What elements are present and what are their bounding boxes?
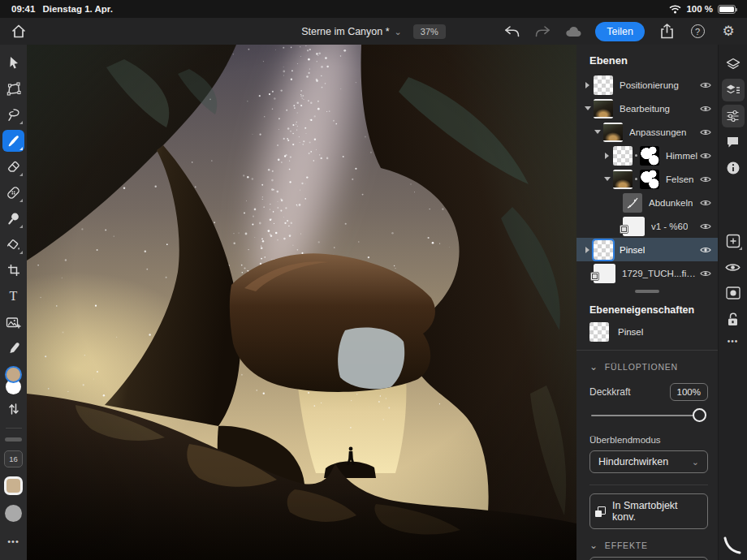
collapse-icon[interactable] (593, 130, 602, 134)
share-button[interactable]: Teilen (595, 22, 645, 41)
visibility-toggle[interactable] (700, 246, 711, 254)
visibility-toggle[interactable] (700, 105, 711, 113)
layer-row-bearbeitung[interactable]: Bearbeitung (576, 97, 718, 120)
add-mask-button[interactable] (722, 282, 745, 304)
place-image-tool[interactable] (2, 312, 24, 334)
help-button[interactable]: ? (689, 23, 706, 41)
eye-icon (725, 262, 741, 273)
opacity-slider[interactable] (591, 407, 706, 424)
foreground-color-swatch[interactable] (5, 366, 22, 383)
layer-thumbnail[interactable] (603, 123, 623, 142)
smart-object-thumbnail[interactable] (623, 217, 645, 236)
layer-thumbnail[interactable] (594, 99, 613, 118)
swap-colors-button[interactable] (2, 398, 24, 420)
corner-resize-handle[interactable] (723, 536, 742, 555)
lasso-tool[interactable] (2, 104, 24, 126)
layer-row-felsen[interactable]: Felsen (576, 167, 718, 191)
document-canvas[interactable] (27, 45, 576, 560)
visibility-toggle[interactable] (700, 81, 711, 89)
layer-thumbnail[interactable] (594, 240, 613, 260)
info-button[interactable] (722, 157, 745, 179)
brush-size-indicator[interactable]: 16 (4, 450, 23, 467)
layers-panel-title: Ebenen (576, 45, 718, 73)
panel-resize-handle[interactable] (635, 290, 659, 293)
comments-button[interactable] (722, 131, 745, 153)
fill-options-section-header[interactable]: ⌄ FÜLLOPTIONEN (576, 351, 718, 375)
home-button[interactable] (10, 23, 28, 41)
fill-tool[interactable] (2, 234, 24, 256)
cloud-sync-button[interactable] (564, 23, 582, 41)
eyedropper-icon (7, 342, 20, 355)
smart-object-thumbnail[interactable] (594, 264, 615, 283)
visibility-toggle[interactable] (700, 128, 711, 136)
layer-visibility-button[interactable] (722, 256, 745, 278)
expand-icon[interactable] (583, 82, 592, 88)
layer-row-v1[interactable]: v1 - %60 (576, 214, 718, 238)
settings-button[interactable]: ⚙ (719, 23, 737, 41)
add-layer-effect-button[interactable]: fx Ebeneneffekt hinzuf. (589, 557, 708, 560)
export-button[interactable] (658, 23, 676, 41)
dodge-tool[interactable] (2, 208, 24, 230)
smart-object-badge (590, 272, 599, 281)
zoom-level-badge[interactable]: 37% (413, 24, 446, 39)
eyedropper-tool[interactable] (2, 338, 24, 360)
expand-icon[interactable] (602, 153, 611, 159)
layer-mask-thumbnail[interactable] (640, 146, 659, 166)
brush-preview[interactable] (5, 505, 22, 522)
visibility-toggle[interactable] (700, 152, 711, 160)
layer-row-positionierung[interactable]: Positionierung (576, 73, 718, 97)
help-icon: ? (691, 24, 705, 38)
layer-list-button[interactable] (722, 79, 745, 101)
document-title[interactable]: Sterne im Canyon * ⌄ (301, 26, 402, 37)
toolbar-drag-handle[interactable] (5, 437, 22, 442)
adjustment-layer-thumbnail[interactable] (623, 193, 642, 213)
layer-row-1729-tuch[interactable]: 1729_TUCH...final-NR33 (576, 261, 718, 285)
more-options-button[interactable]: ••• (728, 337, 739, 346)
chevron-down-icon: ⌄ (692, 459, 699, 465)
visibility-toggle[interactable] (700, 199, 711, 207)
blend-mode-dropdown[interactable]: Hindurchwirken ⌄ (589, 450, 708, 473)
layer-row-pinsel-selected[interactable]: Pinsel (576, 238, 718, 261)
smart-object-icon (595, 506, 606, 517)
layer-thumbnail[interactable] (594, 75, 613, 95)
redo-button[interactable] (533, 23, 551, 41)
layer-mask-thumbnail[interactable] (640, 170, 659, 189)
visibility-toggle[interactable] (700, 222, 711, 230)
brush-tool[interactable] (2, 130, 24, 152)
add-layer-button[interactable] (722, 230, 745, 252)
layer-row-abdunkeln[interactable]: Abdunkeln (576, 191, 718, 214)
lock-layer-button[interactable] (722, 308, 745, 330)
convert-smart-object-button[interactable]: In Smartobjekt konv. (589, 493, 708, 529)
visibility-toggle[interactable] (700, 269, 711, 278)
opacity-value-field[interactable]: 100% (670, 383, 708, 401)
subtool-indicator (19, 147, 23, 150)
layers-stack-button[interactable] (722, 53, 745, 75)
toolbar-more-button[interactable]: ••• (7, 536, 19, 546)
status-bar: 09:41 Dienstag 1. Apr. 100 % (0, 0, 747, 18)
layer-thumbnail[interactable] (613, 146, 633, 166)
fill-tool-icon (6, 238, 21, 252)
lasso-tool-icon (6, 108, 20, 122)
undo-button[interactable] (503, 23, 520, 41)
layer-row-anpassungen[interactable]: Anpassungen (576, 120, 718, 144)
crop-tool[interactable] (2, 260, 24, 282)
curves-icon (626, 196, 639, 209)
layer-thumbnail[interactable] (613, 170, 633, 189)
move-tool[interactable] (2, 52, 24, 74)
collapse-icon[interactable] (583, 106, 592, 110)
brush-color-swatch[interactable] (4, 476, 23, 495)
collapse-icon[interactable] (602, 177, 611, 181)
eraser-tool[interactable] (2, 156, 24, 178)
brush-tool-icon (6, 134, 20, 148)
layer-row-himmel[interactable]: Himmel (576, 144, 718, 167)
healing-brush-tool[interactable] (2, 182, 24, 204)
sliders-icon (726, 110, 740, 123)
type-tool[interactable]: T (2, 286, 24, 308)
mask-icon (726, 286, 741, 299)
expand-icon[interactable] (583, 247, 592, 253)
visibility-toggle[interactable] (700, 175, 711, 183)
slider-knob[interactable] (693, 408, 706, 422)
properties-button[interactable] (722, 105, 745, 127)
transform-tool[interactable] (2, 78, 24, 100)
effects-section-header[interactable]: ⌄ EFFEKTE (576, 529, 718, 554)
